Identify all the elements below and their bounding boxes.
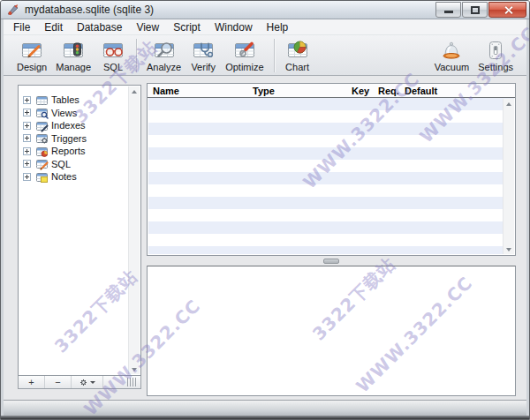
verify-button[interactable]: Verify xyxy=(186,37,221,72)
sql-icon xyxy=(100,37,126,64)
menu-edit[interactable]: Edit xyxy=(37,20,70,34)
vacuum-icon xyxy=(438,37,465,64)
tables-icon xyxy=(35,94,49,107)
menu-file[interactable]: File xyxy=(6,20,37,34)
expand-icon[interactable] xyxy=(23,173,31,181)
sidebar-item-indexes[interactable]: Indexes xyxy=(19,119,140,131)
panel-splitter[interactable] xyxy=(147,257,516,266)
sidebar-footer: + − xyxy=(18,376,141,389)
scroll-up-icon[interactable] xyxy=(129,86,140,96)
gear-icon xyxy=(79,378,88,387)
analyze-button[interactable]: Analyze xyxy=(142,37,186,72)
columns-grid-panel: Name Type Key Req. Default xyxy=(147,83,516,256)
app-icon xyxy=(7,4,19,16)
expand-icon[interactable] xyxy=(23,109,31,116)
menu-database[interactable]: Database xyxy=(70,20,129,34)
manage-button[interactable]: Manage xyxy=(51,37,95,72)
settings-button[interactable]: Settings xyxy=(473,37,518,72)
column-header-req[interactable]: Req. xyxy=(373,84,399,97)
menu-window[interactable]: Window xyxy=(208,20,260,34)
close-icon xyxy=(504,5,513,15)
analyze-icon xyxy=(151,37,178,64)
scroll-down-icon[interactable] xyxy=(504,244,514,254)
column-header-name[interactable]: Name xyxy=(148,84,247,97)
add-object-button[interactable]: + xyxy=(19,376,45,388)
settings-icon xyxy=(482,37,509,64)
window-title: mydatabase.sqlite (sqlite 3) xyxy=(25,4,154,16)
close-button[interactable] xyxy=(488,2,526,18)
object-tree: Tables Views xyxy=(19,86,140,183)
statusbar xyxy=(4,400,526,416)
optimize-icon xyxy=(231,37,258,64)
chart-button[interactable]: Chart xyxy=(280,37,315,72)
vacuum-button[interactable]: Vacuum xyxy=(430,37,474,72)
expand-icon[interactable] xyxy=(23,96,31,104)
scroll-down-icon[interactable] xyxy=(129,364,140,374)
design-button[interactable]: Design xyxy=(12,37,51,72)
titlebar: mydatabase.sqlite (sqlite 3) xyxy=(1,1,529,19)
sidebar-item-sql[interactable]: SQL xyxy=(19,158,140,170)
expand-icon[interactable] xyxy=(23,160,31,168)
resize-grip[interactable] xyxy=(127,378,138,386)
dropdown-arrow-icon xyxy=(90,381,95,384)
sql-tree-icon xyxy=(35,157,49,170)
toolbar-separator xyxy=(274,39,275,72)
minimize-button[interactable] xyxy=(435,2,461,18)
sidebar-item-reports[interactable]: Reports xyxy=(19,145,140,157)
expand-icon[interactable] xyxy=(23,134,31,142)
remove-object-button[interactable]: − xyxy=(45,376,72,388)
column-header-type[interactable]: Type xyxy=(247,84,346,97)
window-bottom-frame xyxy=(1,416,529,419)
optimize-button[interactable]: Optimize xyxy=(221,37,268,72)
menu-script[interactable]: Script xyxy=(166,20,208,34)
expand-icon[interactable] xyxy=(23,147,31,155)
column-header-default[interactable]: Default xyxy=(399,84,515,97)
maximize-icon xyxy=(471,6,480,14)
menu-help[interactable]: Help xyxy=(260,20,296,34)
sidebar-item-notes[interactable]: Notes xyxy=(19,170,140,183)
sidebar-item-triggers[interactable]: Triggers xyxy=(19,132,140,145)
sql-button[interactable]: SQL xyxy=(95,37,131,72)
actions-menu-button[interactable] xyxy=(72,376,103,388)
notes-icon xyxy=(35,170,49,184)
design-icon xyxy=(19,37,45,64)
detail-panel[interactable] xyxy=(147,266,516,396)
sidebar-panel: Tables Views xyxy=(18,85,141,376)
sidebar-item-tables[interactable]: Tables xyxy=(19,94,140,106)
grid-header: Name Type Key Req. Default xyxy=(148,84,515,98)
grid-scrollbar[interactable] xyxy=(503,99,514,254)
expand-icon[interactable] xyxy=(23,122,31,130)
reports-icon xyxy=(35,145,49,158)
manage-icon xyxy=(60,37,87,64)
toolbar: Design Manage SQL xyxy=(4,35,526,76)
column-header-key[interactable]: Key xyxy=(346,84,373,97)
chart-icon xyxy=(284,37,311,64)
minimize-icon xyxy=(444,11,453,13)
scroll-up-icon[interactable] xyxy=(504,99,514,109)
window-controls xyxy=(435,2,526,18)
sidebar-item-views[interactable]: Views xyxy=(19,107,140,119)
triggers-icon xyxy=(35,131,49,145)
grid-body[interactable] xyxy=(148,98,514,254)
sidebar-scrollbar[interactable] xyxy=(128,86,140,374)
menubar: File Edit Database View Script Window He… xyxy=(4,19,526,35)
maximize-button[interactable] xyxy=(462,2,488,18)
app-body: File Edit Database View Script Window He… xyxy=(4,19,526,419)
menu-view[interactable]: View xyxy=(129,20,166,34)
indexes-icon xyxy=(35,119,49,132)
splitter-grip-icon[interactable] xyxy=(323,259,339,264)
app-window: mydatabase.sqlite (sqlite 3) File Edit D… xyxy=(0,0,530,420)
views-icon xyxy=(35,106,49,119)
verify-icon xyxy=(190,37,216,64)
toolbar-separator xyxy=(136,39,137,72)
